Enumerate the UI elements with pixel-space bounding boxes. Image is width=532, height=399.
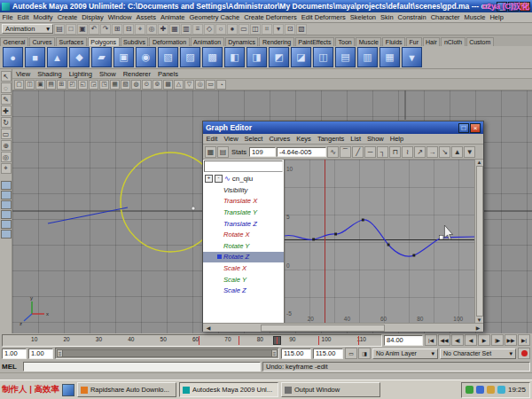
- shelf-tab[interactable]: PaintEffects: [295, 37, 334, 46]
- graph-editor-menu-item[interactable]: Edit: [203, 135, 221, 143]
- panel-tool-icon[interactable]: ▽: [184, 80, 194, 90]
- task-button[interactable]: Rapidshare Auto Downlo...: [77, 382, 176, 397]
- panel-tool-icon[interactable]: ◳: [99, 80, 109, 90]
- layout-button[interactable]: [1, 230, 12, 239]
- transport-button[interactable]: ◀: [465, 334, 477, 346]
- graph-editor-menu-item[interactable]: Tangents: [314, 135, 347, 143]
- panel-tool-icon[interactable]: ▦: [110, 80, 120, 90]
- layout-button[interactable]: [1, 220, 12, 229]
- motion-curve[interactable]: [48, 207, 128, 223]
- shelf-tool-icon[interactable]: ◫: [313, 47, 333, 67]
- graph-editor-menu-item[interactable]: Show: [364, 135, 387, 143]
- status-icon[interactable]: ⌗: [262, 24, 272, 35]
- menu-item[interactable]: File: [0, 13, 15, 21]
- status-icon[interactable]: ◎: [146, 24, 157, 35]
- status-icon[interactable]: ▭: [239, 24, 249, 35]
- panel-tool-icon[interactable]: △: [174, 80, 184, 90]
- graph-editor-title-bar[interactable]: Graph Editor □ ×: [203, 121, 483, 134]
- menu-item[interactable]: Muscle: [462, 13, 488, 21]
- range-option-button[interactable]: ▭: [345, 348, 357, 359]
- channel-row[interactable]: Rotate Y: [203, 240, 284, 252]
- shelf-tool-icon[interactable]: ◉: [136, 47, 156, 67]
- shelf-tool-icon[interactable]: ▧: [158, 47, 178, 67]
- shelf-tab[interactable]: General: [0, 37, 28, 46]
- shelf-tab[interactable]: Toon: [335, 37, 355, 46]
- collapse-icon[interactable]: -: [215, 175, 223, 183]
- status-icon[interactable]: ◫: [250, 24, 261, 35]
- layout-button[interactable]: [1, 210, 12, 219]
- status-icon[interactable]: ↶: [89, 24, 99, 35]
- tangent-tool-icon[interactable]: ▼: [464, 146, 475, 158]
- tool-icon[interactable]: ✎: [1, 94, 12, 105]
- tangent-tool-icon[interactable]: ↗: [414, 146, 426, 158]
- graph-tool-icon[interactable]: ▦: [205, 146, 216, 158]
- tool-icon[interactable]: ▭: [1, 129, 12, 139]
- graph-vertical-scrollbar[interactable]: ▲ ▼: [474, 160, 483, 323]
- graph-editor-menu-item[interactable]: Keys: [293, 135, 315, 143]
- menu-item[interactable]: Modify: [31, 13, 55, 21]
- tangent-tool-icon[interactable]: ⌒: [340, 146, 351, 158]
- tangent-tool-icon[interactable]: →: [426, 146, 438, 158]
- shelf-tool-icon[interactable]: ◧: [224, 47, 245, 67]
- layout-button[interactable]: [1, 200, 12, 209]
- tangent-tool-icon[interactable]: ≀: [402, 146, 413, 158]
- stats-frame-field[interactable]: 109: [249, 147, 276, 157]
- range-start-handle[interactable]: ≡: [57, 349, 63, 357]
- key-dot[interactable]: [387, 244, 390, 246]
- shelf-tab[interactable]: Custom: [466, 37, 494, 46]
- graph-editor-maximize-button[interactable]: □: [458, 123, 469, 133]
- status-icon[interactable]: ▧: [296, 24, 307, 35]
- tool-icon[interactable]: ◌: [1, 82, 12, 93]
- status-icon[interactable]: ▥: [181, 24, 192, 35]
- transport-button[interactable]: ▶|: [518, 334, 530, 346]
- menu-item[interactable]: Skeleton: [348, 13, 378, 21]
- shelf-tool-icon[interactable]: ▣: [113, 47, 134, 67]
- transport-button[interactable]: ▶: [478, 334, 490, 346]
- menu-item[interactable]: Edit Deformers: [299, 13, 348, 21]
- tangent-tool-icon[interactable]: ┐: [377, 146, 388, 158]
- tool-icon[interactable]: ◎: [1, 152, 12, 162]
- status-icon[interactable]: ●: [227, 24, 238, 35]
- outliner-root-row[interactable]: + - ∿ cn_qiu: [203, 173, 284, 184]
- menu-item[interactable]: Assets: [134, 13, 159, 21]
- menu-set-dropdown[interactable]: Animation ▾: [2, 24, 53, 34]
- channel-row[interactable]: Rotate Z: [203, 252, 284, 263]
- shelf-tab[interactable]: Fur: [406, 37, 422, 46]
- shelf-tab[interactable]: Subdivs: [121, 37, 149, 46]
- status-icon[interactable]: ✚: [158, 24, 168, 35]
- status-icon[interactable]: ○: [215, 24, 226, 35]
- panel-menu-item[interactable]: View: [12, 70, 34, 78]
- menu-item[interactable]: Create: [55, 13, 80, 21]
- panel-tool-icon[interactable]: ▩: [163, 80, 173, 90]
- scroll-right-icon[interactable]: ▶: [473, 325, 483, 331]
- menu-item[interactable]: Help: [488, 13, 505, 21]
- tangent-tool-icon[interactable]: ▲: [451, 146, 463, 158]
- tray-icon[interactable]: [466, 386, 473, 394]
- range-end-handle[interactable]: ≡: [271, 349, 278, 357]
- tool-icon[interactable]: ✚: [1, 106, 12, 116]
- channel-row[interactable]: Scale X: [203, 262, 284, 274]
- transport-button[interactable]: ▶▶: [505, 334, 517, 346]
- menu-item[interactable]: Skin: [378, 13, 395, 21]
- status-icon[interactable]: ▦: [169, 24, 180, 35]
- status-icon[interactable]: ↷: [100, 24, 111, 35]
- auto-keyframe-button[interactable]: [518, 348, 530, 359]
- menu-item[interactable]: Geometry Cache: [187, 13, 242, 21]
- tray-icon[interactable]: [497, 386, 505, 394]
- current-time-marker[interactable]: [273, 336, 281, 345]
- menu-item[interactable]: Constrain: [395, 13, 428, 21]
- status-icon[interactable]: ⊡: [285, 24, 295, 35]
- shelf-tab[interactable]: Hair: [423, 37, 441, 46]
- task-button[interactable]: Output Window: [281, 382, 380, 397]
- graph-curve-area[interactable]: 1050-5 20406080100: [285, 160, 474, 323]
- scroll-up-icon[interactable]: ▲: [477, 160, 482, 165]
- graph-editor-menu-item[interactable]: Curves: [266, 135, 293, 143]
- menu-item[interactable]: Create Deformers: [242, 13, 300, 21]
- vertical-scroll-thumb[interactable]: [476, 166, 483, 317]
- channel-row[interactable]: Translate Y: [203, 207, 284, 218]
- tray-icon[interactable]: [476, 386, 484, 394]
- graph-tool-icon[interactable]: ▤: [217, 146, 229, 158]
- character-set-dropdown[interactable]: No Character Set ▾: [440, 348, 516, 359]
- shelf-tool-icon[interactable]: ▦: [379, 47, 400, 67]
- panel-menu-item[interactable]: Panels: [154, 70, 182, 78]
